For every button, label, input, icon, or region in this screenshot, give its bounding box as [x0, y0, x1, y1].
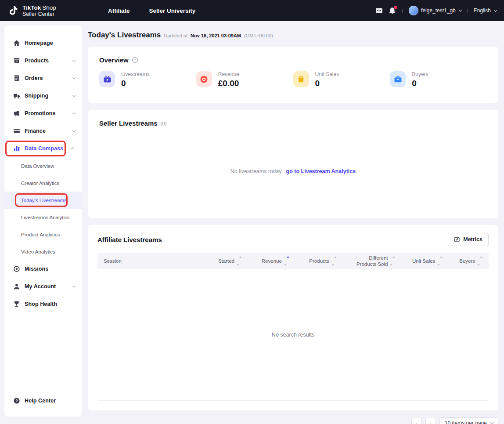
bell-icon[interactable] — [389, 7, 396, 14]
sort-icon[interactable] — [477, 258, 482, 264]
sort-icon[interactable] — [437, 258, 443, 264]
affiliate-livestreams-title: Affiliate Livestreams — [97, 236, 162, 243]
chevron-down-icon — [490, 420, 494, 424]
sidebar-subitem-creator-analytics[interactable]: Creator Analytics — [4, 174, 82, 192]
table-empty-state: No search results — [97, 269, 489, 401]
sidebar-subitem-video-analytics[interactable]: Video Analytics — [4, 243, 82, 260]
affiliate-livestreams-card: Affiliate Livestreams Metrics Session St… — [88, 225, 498, 410]
column-unit-sales[interactable]: Unit Sales — [395, 258, 443, 264]
overview-title: Overview — [99, 56, 129, 64]
sort-icon[interactable] — [390, 258, 395, 264]
chevron-up-icon — [71, 147, 74, 151]
items-per-page-select[interactable]: 10 items per page — [439, 417, 498, 424]
sidebar-item-homepage[interactable]: Homepage — [4, 34, 82, 52]
chevron-down-icon — [458, 8, 462, 11]
main-content: Today's Livestreams Updated at Nov 18, 2… — [88, 25, 498, 424]
sidebar-item-missions[interactable]: Missions — [4, 260, 82, 278]
table-header: Session Started Revenue Products Differe… — [97, 253, 489, 269]
metric-livestreams: Livestreams 0 — [99, 71, 196, 88]
sidebar-item-data-compass[interactable]: Data Compass — [4, 140, 82, 157]
metric-revenue: Revenue £0.00 — [196, 71, 293, 88]
seller-livestreams-title: Seller Livestreams — [99, 120, 158, 127]
livestream-analytics-link[interactable]: go to Livestream Analytics — [286, 168, 356, 174]
topbar-nav: Affiliate Seller University — [108, 7, 195, 14]
nav-affiliate[interactable]: Affiliate — [108, 7, 130, 14]
page-title: Today's Livestreams — [88, 31, 161, 40]
chevron-down-icon — [72, 93, 76, 97]
promotions-icon — [13, 110, 20, 117]
sort-icon[interactable] — [331, 258, 337, 264]
pagination: ‹ › 10 items per page — [88, 417, 498, 424]
sort-icon[interactable] — [237, 258, 242, 264]
topbar: TikTokShop Seller Center Affiliate Selle… — [0, 0, 504, 21]
notification-dot — [394, 6, 397, 9]
seller-livestreams-card: Seller Livestreams (0) No livestreams to… — [88, 110, 498, 218]
question-circle-icon[interactable]: ? — [132, 57, 138, 63]
sidebar-item-shop-health[interactable]: Shop Health — [4, 295, 82, 313]
metric-label: Buyers — [412, 71, 428, 77]
metric-value: 0 — [315, 79, 339, 88]
chevron-down-icon — [72, 284, 76, 287]
sidebar: Homepage Products Orders Shipping Promot… — [4, 25, 82, 417]
sidebar-item-shipping[interactable]: Shipping — [4, 87, 82, 105]
metrics-button[interactable]: Metrics — [448, 233, 489, 246]
separator: | — [402, 8, 403, 13]
logo-line2: Seller Center — [22, 11, 56, 18]
metric-label: Unit Sales — [315, 71, 339, 77]
nav-seller-university[interactable]: Seller University — [149, 7, 196, 14]
unit-sales-icon — [293, 71, 309, 87]
column-started[interactable]: Started — [194, 258, 242, 264]
shop-health-icon — [13, 301, 20, 308]
sidebar-item-my-account[interactable]: My Account — [4, 278, 82, 295]
metrics-edit-icon — [454, 236, 460, 243]
column-session: Session — [104, 258, 194, 264]
orders-icon — [13, 75, 20, 82]
svg-text:?: ? — [15, 399, 18, 403]
my-account-icon — [13, 283, 20, 290]
buyers-icon — [390, 71, 406, 87]
updated-date: Nov 18, 2021 03:09AM — [191, 33, 241, 38]
sidebar-item-finance[interactable]: Finance — [4, 122, 82, 140]
sidebar-subitem-livestreams-analytics[interactable]: Livestreams Analytics — [4, 209, 82, 226]
next-page-button[interactable]: › — [425, 418, 436, 424]
updated-prefix: Updated at — [164, 33, 187, 38]
column-buyers[interactable]: Buyers — [443, 258, 482, 264]
language-selector[interactable]: English — [474, 7, 496, 14]
missions-icon — [13, 265, 20, 272]
prev-page-button[interactable]: ‹ — [411, 418, 422, 424]
chat-icon[interactable] — [375, 7, 383, 14]
sort-icon[interactable] — [284, 258, 289, 264]
column-products[interactable]: Products — [289, 258, 337, 264]
sidebar-subitem-product-analytics[interactable]: Product Analytics — [4, 226, 82, 243]
sidebar-item-orders[interactable]: Orders — [4, 69, 82, 87]
empty-text: No livestreams today, — [230, 168, 283, 174]
metric-value: £0.00 — [218, 79, 239, 88]
logo-line1: TikTokShop — [22, 4, 56, 11]
seller-empty-state: No livestreams today, go to Livestream A… — [88, 168, 498, 174]
metric-value: 0 — [412, 79, 428, 88]
help-icon: ? — [13, 397, 20, 404]
username: feige_test1_gb — [421, 7, 456, 14]
column-different-products-sold[interactable]: Different Products Sold — [337, 255, 396, 268]
sidebar-item-help-center[interactable]: ? Help Center — [4, 392, 82, 410]
user-menu[interactable]: feige_test1_gb — [409, 6, 461, 15]
chevron-down-icon — [72, 58, 76, 62]
sidebar-item-products[interactable]: Products — [4, 52, 82, 69]
tiktok-shop-logo[interactable]: TikTokShop Seller Center — [8, 4, 92, 17]
chevron-down-icon — [72, 111, 76, 114]
column-revenue[interactable]: Revenue — [242, 258, 289, 264]
sidebar-item-promotions[interactable]: Promotions — [4, 105, 82, 122]
page-header: Today's Livestreams Updated at Nov 18, 2… — [88, 31, 498, 40]
metric-buyers: Buyers 0 — [390, 71, 487, 88]
language-label: English — [474, 7, 491, 14]
shipping-icon — [13, 92, 20, 99]
tiktok-note-icon — [8, 5, 19, 16]
livestream-icon — [99, 71, 115, 87]
metric-label: Revenue — [218, 71, 239, 77]
finance-icon — [13, 127, 20, 134]
metric-value: 0 — [121, 79, 150, 88]
sidebar-subitem-data-overview[interactable]: Data Overview — [4, 157, 82, 174]
svg-text:?: ? — [134, 58, 136, 62]
chevron-down-icon — [493, 8, 497, 11]
sidebar-subitem-todays-livestreams[interactable]: Today's Livestreams — [4, 192, 82, 209]
